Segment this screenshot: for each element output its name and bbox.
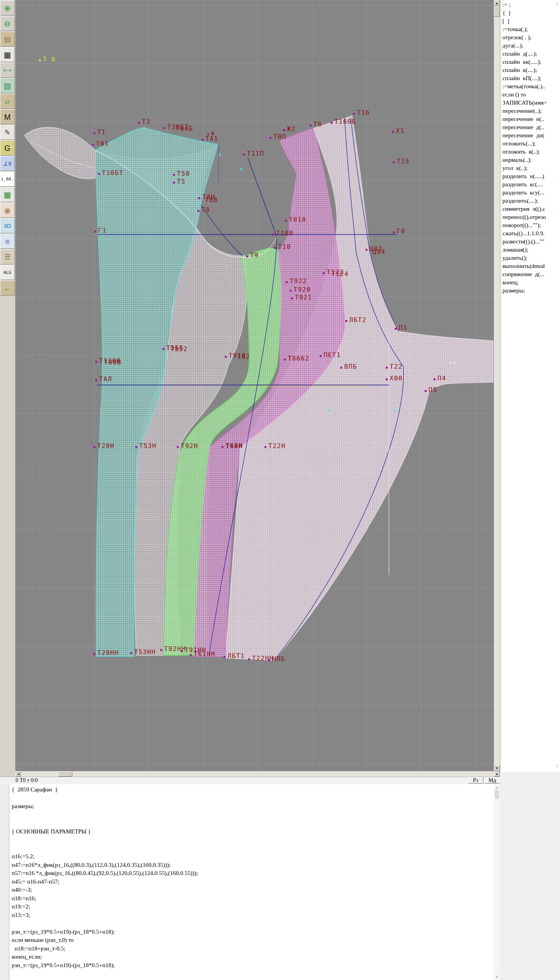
table-tool-icon: ▦ [4, 191, 11, 199]
command-item[interactable]: ЗАПИСАТЬ(имя= [502, 99, 560, 107]
canvas-label: Т922 [290, 277, 307, 285]
command-item[interactable]: симметрия л((),с [502, 205, 560, 213]
code-line [12, 844, 198, 853]
canvas-label: Т92 [237, 353, 250, 360]
point-marker [222, 446, 224, 448]
command-item[interactable]: пересечение(..); [502, 107, 560, 115]
point-marker [392, 131, 394, 133]
command-item[interactable]: сопряжение д(... [502, 270, 560, 278]
3d-tool-icon: 3D [4, 223, 11, 229]
command-item[interactable]: поворот(()...""); [502, 221, 560, 229]
map-tool-icon: ▧ [4, 82, 11, 90]
scroll-down-button[interactable]: ▼ [494, 765, 500, 771]
command-item[interactable]: := ; [502, 1, 560, 9]
command-item[interactable]: пересечение дн( [502, 131, 560, 140]
canvas-label: Т9 [250, 252, 259, 259]
command-item[interactable]: сплайн к(....); [502, 66, 560, 74]
command-item[interactable]: выполнить(dmod [502, 262, 560, 270]
editor-scroll-up-icon[interactable]: ∧ [495, 785, 499, 790]
pattern-canvas[interactable]: Т 0Т1Т01Т10БТТ3Т30БТТ04БЖТА1Т50Т5Т11ПТ8Н… [16, 0, 494, 771]
command-item[interactable]: сплайн кП(....); [502, 74, 560, 82]
command-item[interactable]: разделить ксу(... [502, 189, 560, 197]
code-line [12, 836, 198, 844]
canvas-vscrollbar[interactable]: ▲ ▼ [494, 0, 500, 771]
draft-tool[interactable]: ✎ [0, 125, 15, 140]
code-line: { ОСНОВНЫЕ ПАРАМЕТРЫ } [12, 828, 198, 836]
command-item[interactable]: размеры; [502, 287, 560, 295]
vscroll-thumb[interactable] [494, 7, 500, 17]
md-button[interactable]: Мд [485, 777, 500, 784]
import-tool[interactable]: ← [0, 280, 15, 296]
command-item[interactable]: сплайн д(....); [502, 50, 560, 58]
command-item[interactable]: отложить(...); [502, 140, 560, 148]
command-item[interactable]: дуга(...); [502, 42, 560, 50]
i66-indicator-icon: i_66. [1, 177, 14, 181]
command-item[interactable]: пересечение д(.. [502, 123, 560, 131]
command-item[interactable]: перенос((),отрезо [502, 213, 560, 221]
command-item[interactable]: если () то [502, 91, 560, 99]
pattern-outline-tool-icon: ▱ [5, 98, 10, 105]
preview-tool[interactable]: ▤ [0, 32, 15, 47]
code-line: п18:=п16; [12, 894, 198, 903]
command-item[interactable]: пересечение н(.. [502, 115, 560, 123]
command-item[interactable]: ломаная(); [502, 246, 560, 254]
command-item[interactable]: разделить н(.....) [502, 172, 560, 180]
editor-vscrollbar[interactable]: ∧ ∨ [494, 784, 500, 980]
code-line: конец_если; [12, 953, 198, 961]
i66-indicator[interactable]: i_66. [0, 172, 15, 187]
command-item[interactable]: [ ] [502, 17, 560, 25]
command-item[interactable]: развести((),()..."" [502, 238, 560, 246]
portrait-tool[interactable]: ◉ [0, 203, 15, 218]
command-item[interactable]: сжать(()...1.1.0.9. [502, 229, 560, 238]
zoom-in-tool[interactable]: ⊕ [0, 0, 15, 16]
scroll-right-button[interactable]: ► [494, 771, 500, 777]
command-item[interactable]: разделить кс(.... [502, 180, 560, 189]
hscroll-thumb[interactable] [58, 771, 72, 777]
scroll-up-button[interactable]: ▲ [494, 0, 500, 6]
table-tool[interactable]: ▦ [0, 187, 15, 202]
pattern-outline-tool[interactable]: ▱ [0, 94, 15, 109]
command-item[interactable]: разделить(....); [502, 197, 560, 205]
command-item[interactable]: отложить в(..); [502, 148, 560, 156]
editor-scroll-down-icon[interactable]: ∨ [495, 974, 499, 979]
point-marker [163, 127, 165, 129]
command-item[interactable]: удалить(); [502, 254, 560, 262]
ruler-tool[interactable]: ∠8 [0, 156, 15, 171]
point-marker [94, 231, 96, 233]
command-item[interactable]: угол к(..); [502, 164, 560, 172]
scroll-left-button[interactable]: ◄ [16, 771, 21, 777]
code-line: п40:=-3; [12, 886, 198, 894]
command-item[interactable]: :=точка(.); [502, 25, 560, 33]
measure-tool-icon: o—o [3, 68, 11, 72]
g-tool[interactable]: G [0, 140, 15, 156]
point-marker [353, 113, 355, 115]
list-tool[interactable]: ≡ [0, 234, 15, 249]
command-item[interactable]: нормаль(..); [502, 156, 560, 164]
editor-scroll-thumb[interactable] [495, 790, 499, 799]
books-tool[interactable]: ☰ [0, 249, 15, 264]
canvas-hscrollbar[interactable]: ◄ ► [16, 771, 500, 777]
3d-tool[interactable]: 3D [0, 218, 15, 233]
canvas-label: ТАЛ [99, 375, 112, 383]
command-scroll-down-icon[interactable]: ∨ [556, 763, 559, 768]
command-item[interactable]: конец; [502, 278, 560, 287]
point-marker [190, 654, 192, 656]
point-marker [201, 139, 203, 141]
rz-button[interactable]: Рз [468, 777, 483, 784]
command-item[interactable]: отрезок( . ); [502, 33, 560, 42]
command-item[interactable]: :=метка(точка(.).. [502, 82, 560, 91]
canvas-label: Т20Н [97, 442, 115, 450]
zoom-out-tool[interactable]: ⊖ [0, 16, 15, 31]
command-scroll-up-icon[interactable]: ∧ [556, 2, 559, 7]
program-editor[interactable]: { 2859 Сарафан } размеры; { ОСНОВНЫЕ ПАР… [0, 784, 494, 980]
m-tool[interactable]: M [0, 109, 15, 124]
measure-tool[interactable]: o—o [0, 63, 15, 78]
piece-collar[interactable] [24, 127, 95, 178]
point-marker [93, 446, 95, 448]
command-item[interactable]: сплайн кк(.....); [502, 58, 560, 66]
point-marker [177, 446, 179, 448]
grid-tool[interactable]: ▦ [0, 47, 15, 62]
command-item[interactable]: { } [502, 9, 560, 17]
alg-tool[interactable]: ALG [0, 265, 15, 280]
map-tool[interactable]: ▧ [0, 78, 15, 93]
